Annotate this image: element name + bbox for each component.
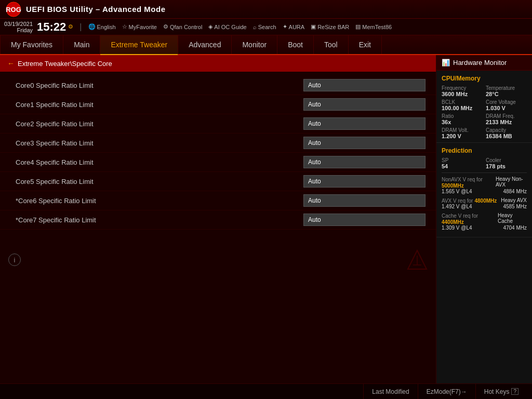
hw-core-voltage-label: Core Voltage 1.030 V <box>486 99 527 111</box>
nav-exit[interactable]: Exit <box>349 35 382 54</box>
nav-tool[interactable]: Tool <box>314 35 349 54</box>
core1-label: Core1 Specific Ratio Limit <box>16 101 303 109</box>
nav-extreme-tweaker[interactable]: Extreme Tweaker <box>100 35 178 55</box>
core3-value[interactable]: Auto <box>303 137 425 149</box>
table-row: *Core7 Specific Ratio Limit Auto <box>0 210 436 230</box>
toolbar-myfavorite[interactable]: ☆ MyFavorite <box>122 23 157 30</box>
fan-icon: ⚙ <box>163 23 168 30</box>
toolbar-english[interactable]: 🌐 English <box>88 23 116 30</box>
content-area: ← Extreme Tweaker\Specific Core Core0 Sp… <box>0 55 436 383</box>
table-row: Core0 Specific Ratio Limit Auto <box>0 76 436 95</box>
hw-cpu-memory-grid: Frequency 3600 MHz Temperature 28°C BCLK… <box>442 85 527 139</box>
footer-hot-keys[interactable]: Hot Keys ? <box>475 384 527 399</box>
rog-logo-icon: ROG <box>5 1 22 18</box>
hw-divider <box>442 172 527 173</box>
hw-sp-block: SP 54 <box>442 157 483 169</box>
hw-ratio-label: Ratio 36x <box>442 113 483 125</box>
toolbar-qfan[interactable]: ⚙ Qfan Control <box>163 23 202 30</box>
header-bar: ROG UEFI BIOS Utility – Advanced Mode <box>0 0 532 19</box>
core7-label: *Core7 Specific Ratio Limit <box>16 216 303 224</box>
breadcrumb-path: Extreme Tweaker\Specific Core <box>18 60 112 68</box>
datetime-display: 03/19/2021 Friday 15:22 ⚙ <box>4 21 73 33</box>
globe-icon: 🌐 <box>88 23 96 30</box>
settings-icon[interactable]: ⚙ <box>68 23 73 30</box>
toolbar-resize-bar[interactable]: ▣ ReSize BAR <box>311 23 349 30</box>
hw-cpu-memory-section: CPU/Memory Frequency 3600 MHz Temperatur… <box>436 71 532 143</box>
toolbar-search[interactable]: ⌕ Search <box>253 24 276 30</box>
toolbar-aura-label: AURA <box>289 24 305 30</box>
footer-ez-mode[interactable]: EzMode(F7)→ <box>418 384 475 399</box>
info-button[interactable]: i <box>8 254 21 266</box>
rog-watermark-icon <box>407 249 428 270</box>
hot-keys-icon: ? <box>511 388 518 395</box>
svg-text:ROG: ROG <box>6 6 21 14</box>
star-icon: ☆ <box>122 23 127 30</box>
table-row: Core1 Specific Ratio Limit Auto <box>0 95 436 114</box>
hw-sp-cooler-grid: SP 54 Cooler 178 pts <box>442 157 527 169</box>
breadcrumb-back-button[interactable]: ← <box>7 59 15 68</box>
core0-value[interactable]: Auto <box>303 79 425 91</box>
memtest-icon: ▤ <box>355 23 361 30</box>
hw-frequency-label: Frequency 3600 MHz <box>442 85 483 97</box>
hw-dram-volt-label: DRAM Volt. 1.200 V <box>442 127 483 139</box>
table-row: Core2 Specific Ratio Limit Auto <box>0 114 436 134</box>
hw-bclk-label: BCLK 100.00 MHz <box>442 99 483 111</box>
core6-value[interactable]: Auto <box>303 194 425 207</box>
toolbar-search-label: Search <box>258 24 276 30</box>
app-title: UEFI BIOS Utility – Advanced Mode <box>26 5 165 14</box>
core1-value[interactable]: Auto <box>303 98 425 111</box>
main-layout: ← Extreme Tweaker\Specific Core Core0 Sp… <box>0 55 532 383</box>
core6-label: *Core6 Specific Ratio Limit <box>16 197 303 205</box>
core3-label: Core3 Specific Ratio Limit <box>16 139 303 147</box>
breadcrumb: ← Extreme Tweaker\Specific Core <box>0 55 436 72</box>
hw-dram-freq-label: DRAM Freq. 2133 MHz <box>486 113 527 125</box>
hw-monitor-icon: 📊 <box>442 59 450 66</box>
nav-main[interactable]: Main <box>63 35 100 54</box>
time-text: 15:22 <box>37 21 66 33</box>
pred-avx-row: AVX V req for 4800MHz Heavy AVX 1.492 V … <box>442 197 527 209</box>
nav-boot[interactable]: Boot <box>277 35 314 54</box>
core7-value[interactable]: Auto <box>303 214 425 226</box>
hw-prediction-title: Prediction <box>442 147 527 154</box>
main-nav: My Favorites Main Extreme Tweaker Advanc… <box>0 35 532 55</box>
core4-value[interactable]: Auto <box>303 156 425 168</box>
hw-temperature-label: Temperature 28°C <box>486 85 527 97</box>
toolbar-memtest[interactable]: ▤ MemTest86 <box>355 23 392 30</box>
toolbar-ai-label: AI OC Guide <box>214 24 246 30</box>
core4-label: Core4 Specific Ratio Limit <box>16 158 303 166</box>
footer: Last Modified EzMode(F7)→ Hot Keys ? <box>0 383 532 399</box>
hw-cpu-memory-title: CPU/Memory <box>442 75 527 82</box>
footer-last-modified[interactable]: Last Modified <box>363 384 417 399</box>
date-block: 03/19/2021 Friday <box>4 21 35 33</box>
hardware-monitor-panel: 📊 Hardware Monitor CPU/Memory Frequency … <box>436 55 532 383</box>
search-icon: ⌕ <box>253 24 257 30</box>
table-row: Core4 Specific Ratio Limit Auto <box>0 153 436 172</box>
toolbar-qfan-label: Qfan Control <box>170 24 202 30</box>
hw-capacity-label: Capacity 16384 MB <box>486 127 527 139</box>
pred-nonavx-row: NonAVX V req for 5000MHz Heavy Non-AVX 1… <box>442 176 527 194</box>
core5-label: Core5 Specific Ratio Limit <box>16 178 303 185</box>
toolbar-english-label: English <box>97 24 116 30</box>
toolbar-memtest-label: MemTest86 <box>362 24 392 30</box>
toolbar-aura[interactable]: ✦ AURA <box>283 23 305 30</box>
nav-advanced[interactable]: Advanced <box>178 35 232 54</box>
ai-icon: ◈ <box>208 23 212 30</box>
date-text: 03/19/2021 <box>4 21 33 27</box>
aura-icon: ✦ <box>283 23 287 30</box>
toolbar-resize-label: ReSize BAR <box>317 24 349 30</box>
core0-label: Core0 Specific Ratio Limit <box>16 82 303 89</box>
toolbar-ai-oc[interactable]: ◈ AI OC Guide <box>208 23 246 30</box>
table-row: Core3 Specific Ratio Limit Auto <box>0 134 436 153</box>
table-row: Core5 Specific Ratio Limit Auto <box>0 172 436 191</box>
nav-my-favorites[interactable]: My Favorites <box>0 35 63 54</box>
core2-label: Core2 Specific Ratio Limit <box>16 120 303 128</box>
settings-list: Core0 Specific Ratio Limit Auto Core1 Sp… <box>0 72 436 234</box>
day-text: Friday <box>17 27 33 33</box>
hw-cooler-block: Cooler 178 pts <box>486 157 527 169</box>
table-row: *Core6 Specific Ratio Limit Auto <box>0 191 436 210</box>
core5-value[interactable]: Auto <box>303 175 425 188</box>
nav-monitor[interactable]: Monitor <box>232 35 277 54</box>
resize-bar-icon: ▣ <box>311 23 316 30</box>
toolbar-myfavorite-label: MyFavorite <box>129 24 157 30</box>
core2-value[interactable]: Auto <box>303 117 425 130</box>
